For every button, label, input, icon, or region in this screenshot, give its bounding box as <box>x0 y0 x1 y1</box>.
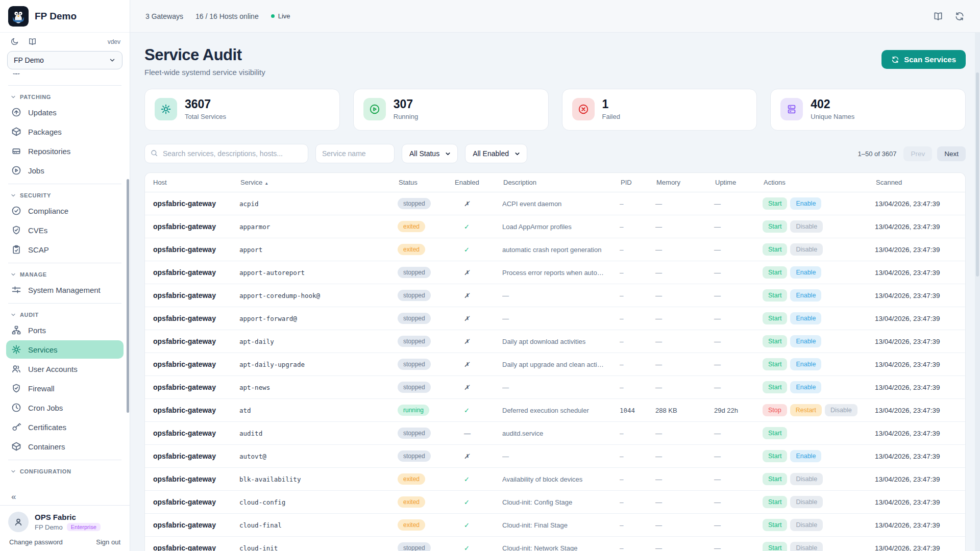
action-start-button[interactable]: Start <box>763 197 787 210</box>
org-select[interactable]: FP Demo <box>7 51 122 69</box>
sidebar-section-configuration[interactable]: CONFIGURATION <box>0 464 130 477</box>
sidebar-collapse-button[interactable]: « <box>0 491 130 505</box>
docs-book-icon[interactable] <box>933 11 943 21</box>
action-start-button[interactable]: Start <box>763 243 787 256</box>
cell-enabled: ✓ <box>454 498 502 506</box>
action-disable-button[interactable]: Disable <box>825 404 857 416</box>
sidebar-section-patching[interactable]: PATCHING <box>0 90 130 102</box>
action-start-button[interactable]: Start <box>763 519 787 531</box>
main-scrollbar-track[interactable] <box>975 33 980 551</box>
sign-out-link[interactable]: Sign out <box>96 538 120 546</box>
status-filter-select[interactable]: All Status <box>402 144 458 163</box>
app-root: FP Demo vdev FP Demo Drift PATCHINGUpdat… <box>0 0 980 551</box>
column-header-actions[interactable]: Actions <box>763 179 875 186</box>
action-enable-button[interactable]: Enable <box>790 450 821 462</box>
prev-page-button[interactable]: Prev <box>903 146 932 161</box>
scan-services-button[interactable]: Scan Services <box>881 50 966 69</box>
column-header-pid[interactable]: PID <box>620 179 655 186</box>
column-header-service[interactable]: Service▲ <box>239 179 398 186</box>
action-start-button[interactable]: Start <box>763 542 787 551</box>
cell-host: opsfabric-gateway <box>145 498 239 506</box>
cell-host: opsfabric-gateway <box>145 521 239 529</box>
action-enable-button[interactable]: Enable <box>790 197 821 210</box>
service-name-input[interactable] <box>315 144 395 163</box>
sidebar-item-jobs[interactable]: Jobs <box>6 161 124 180</box>
refresh-icon[interactable] <box>954 11 965 21</box>
column-header-uptime[interactable]: Uptime <box>714 179 763 186</box>
sidebar-item-system-management[interactable]: System Management <box>6 281 124 299</box>
sidebar-item-firewall[interactable]: Firewall <box>6 379 124 397</box>
column-header-memory[interactable]: Memory <box>655 179 714 186</box>
action-enable-button[interactable]: Enable <box>790 266 821 279</box>
sidebar-section-security[interactable]: SECURITY <box>0 188 130 201</box>
column-header-host[interactable]: Host <box>145 179 239 186</box>
action-disable-button[interactable]: Disable <box>790 243 823 256</box>
arrow-up-circle-icon <box>11 107 21 117</box>
search-input[interactable] <box>144 144 308 163</box>
column-header-status[interactable]: Status <box>398 179 454 186</box>
action-disable-button[interactable]: Disable <box>790 519 823 531</box>
action-disable-button[interactable]: Disable <box>790 496 823 508</box>
sidebar-item-packages[interactable]: Packages <box>6 122 124 141</box>
sidebar-item-certificates[interactable]: Certificates <box>6 418 124 436</box>
enabled-filter-select[interactable]: All Enabled <box>465 144 527 163</box>
cell-status: stopped <box>398 359 454 370</box>
action-enable-button[interactable]: Enable <box>790 312 821 324</box>
action-disable-button[interactable]: Disable <box>790 542 823 551</box>
action-enable-button[interactable]: Enable <box>790 358 821 370</box>
action-start-button[interactable]: Start <box>763 496 787 508</box>
action-start-button[interactable]: Start <box>763 427 787 439</box>
sidebar-item-services[interactable]: Services <box>6 340 124 359</box>
change-password-link[interactable]: Change password <box>9 538 63 546</box>
action-enable-button[interactable]: Enable <box>790 289 821 302</box>
docs-book-icon[interactable] <box>28 37 37 46</box>
status-badge: running <box>398 405 429 416</box>
action-disable-button[interactable]: Disable <box>790 473 823 485</box>
action-enable-button[interactable]: Enable <box>790 381 821 393</box>
sidebar-item-scap[interactable]: SCAP <box>6 240 124 259</box>
next-page-button[interactable]: Next <box>937 146 966 161</box>
sidebar-item-updates[interactable]: Updates <box>6 103 124 121</box>
cell-host: opsfabric-gateway <box>145 222 239 231</box>
sidebar-item-cves[interactable]: CVEs <box>6 221 124 239</box>
dark-mode-moon-icon[interactable] <box>10 37 19 46</box>
table-row-apt-daily: opsfabric-gatewayapt-dailystopped✗Daily … <box>145 330 965 353</box>
action-start-button[interactable]: Start <box>763 473 787 485</box>
action-start-button[interactable]: Start <box>763 450 787 462</box>
action-restart-button[interactable]: Restart <box>790 404 822 416</box>
sidebar-section-manage[interactable]: MANAGE <box>0 267 130 280</box>
cell-memory: — <box>655 246 714 254</box>
column-header-enabled[interactable]: Enabled <box>454 179 502 186</box>
sidebar-item-cron-jobs[interactable]: Cron Jobs <box>6 398 124 417</box>
cell-pid: – <box>620 453 655 460</box>
sidebar-item-drift[interactable]: Drift <box>6 73 124 80</box>
sidebar-item-containers[interactable]: Containers <box>6 437 124 456</box>
table-row-apport: opsfabric-gatewayapportexited✓automatic … <box>145 238 965 261</box>
column-header-scanned[interactable]: Scanned <box>875 179 965 186</box>
action-start-button[interactable]: Start <box>763 335 787 347</box>
column-header-description[interactable]: Description <box>502 179 620 186</box>
cell-uptime: — <box>714 544 763 551</box>
action-start-button[interactable]: Start <box>763 266 787 279</box>
sidebar-section-audit[interactable]: AUDIT <box>0 308 130 320</box>
cell-scanned: 13/04/2026, 23:47:39 <box>875 269 965 277</box>
action-stop-button[interactable]: Stop <box>763 404 787 416</box>
action-enable-button[interactable]: Enable <box>790 335 821 347</box>
action-start-button[interactable]: Start <box>763 312 787 324</box>
main-scrollbar-thumb[interactable] <box>976 72 979 277</box>
sidebar-scrollbar-thumb[interactable] <box>127 179 129 413</box>
action-disable-button[interactable]: Disable <box>790 220 823 233</box>
table-row-apport-coredump-hook: opsfabric-gatewayapport-coredump-hook@st… <box>145 284 965 307</box>
sidebar-item-ports[interactable]: Ports <box>6 321 124 339</box>
sidebar-item-repositories[interactable]: Repositories <box>6 142 124 160</box>
stat-value: 1 <box>602 98 620 111</box>
sidebar-item-compliance[interactable]: Compliance <box>6 202 124 220</box>
action-start-button[interactable]: Start <box>763 220 787 233</box>
action-start-button[interactable]: Start <box>763 358 787 370</box>
page-subtitle: Fleet-wide systemd service visibility <box>144 68 265 77</box>
action-start-button[interactable]: Start <box>763 289 787 302</box>
cell-scanned: 13/04/2026, 23:47:39 <box>875 361 965 368</box>
action-start-button[interactable]: Start <box>763 381 787 393</box>
sidebar-item-user-accounts[interactable]: User Accounts <box>6 360 124 378</box>
cell-status: stopped <box>398 267 454 278</box>
